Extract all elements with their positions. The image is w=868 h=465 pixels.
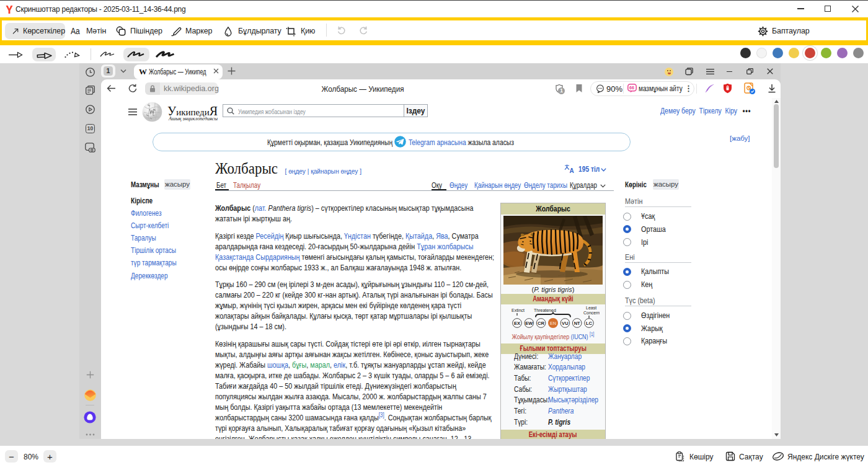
svg-text:Least: Least (586, 306, 596, 310)
svg-text:EW: EW (525, 321, 533, 326)
svg-text:NT: NT (574, 321, 580, 326)
svg-text:Threatened: Threatened (534, 308, 556, 312)
svg-text:CR: CR (538, 321, 544, 326)
svg-text:LC: LC (586, 321, 593, 326)
svg-text:EN: EN (550, 321, 557, 326)
svg-text:A: A (570, 167, 574, 174)
svg-text:Concern: Concern (583, 311, 600, 315)
svg-text:66: 66 (629, 86, 634, 90)
svg-text:EX: EX (514, 321, 520, 326)
svg-text:Extinct: Extinct (512, 308, 525, 312)
svg-text:VU: VU (562, 321, 569, 326)
